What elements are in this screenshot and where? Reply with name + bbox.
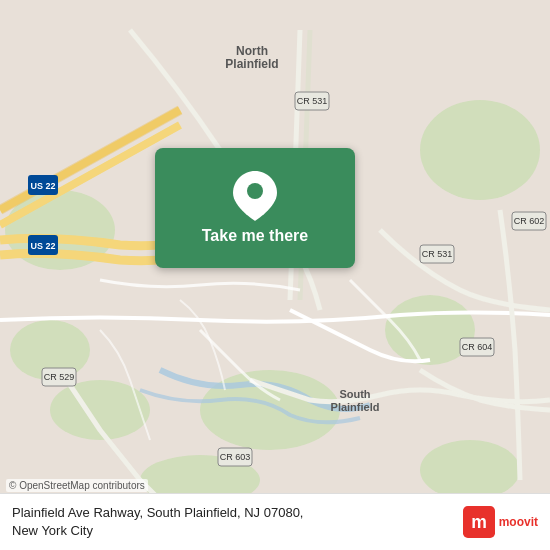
moovit-icon: m [463,506,495,538]
svg-text:US 22: US 22 [30,241,55,251]
button-label: Take me there [202,227,308,245]
map-container: US 22 US 22 CR 531 CR 531 CR 602 CR 529 … [0,0,550,550]
svg-point-29 [247,183,263,199]
svg-text:CR 603: CR 603 [220,452,251,462]
map-background: US 22 US 22 CR 531 CR 531 CR 602 CR 529 … [0,0,550,550]
svg-text:m: m [471,512,487,532]
moovit-logo: m moovit [463,506,538,538]
svg-text:CR 602: CR 602 [514,216,545,226]
svg-text:CR 531: CR 531 [297,96,328,106]
svg-text:South: South [339,388,370,400]
svg-text:CR 531: CR 531 [422,249,453,259]
address-display: Plainfield Ave Rahway, South Plainfield,… [12,504,453,540]
address-line2: New York City [12,523,93,538]
bottom-info-bar: Plainfield Ave Rahway, South Plainfield,… [0,493,550,550]
svg-text:US 22: US 22 [30,181,55,191]
location-pin-icon [230,171,280,221]
svg-text:Plainfield: Plainfield [225,57,278,71]
svg-text:CR 529: CR 529 [44,372,75,382]
moovit-brand-text: moovit [499,515,538,529]
take-me-there-button[interactable]: Take me there [155,148,355,268]
svg-text:Plainfield: Plainfield [331,401,380,413]
svg-point-8 [420,440,520,500]
address-line1: Plainfield Ave Rahway, South Plainfield,… [12,505,303,520]
map-attribution: © OpenStreetMap contributors [6,479,148,492]
svg-text:North: North [236,44,268,58]
svg-point-2 [420,100,540,200]
svg-text:CR 604: CR 604 [462,342,493,352]
